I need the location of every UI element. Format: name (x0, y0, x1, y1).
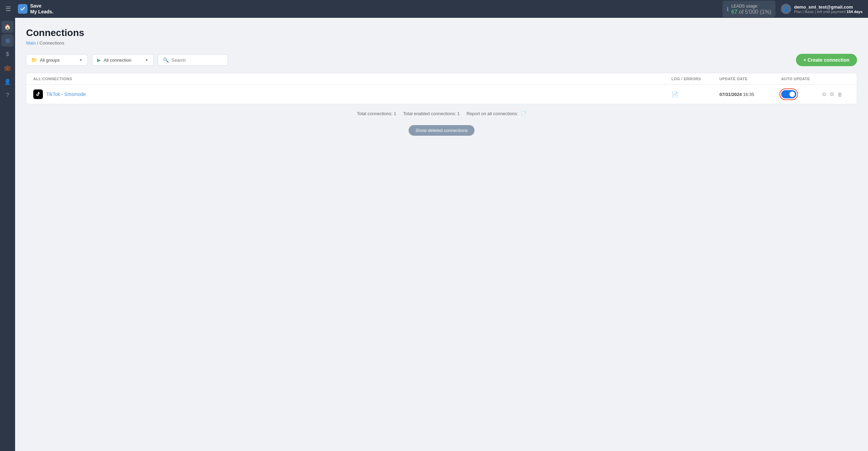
total-enabled-connections: Total enabled connections: 1 (403, 111, 460, 116)
report-icon[interactable]: 📄 (521, 111, 526, 116)
connection-filter-dropdown[interactable]: ▶ All connection ▼ (92, 54, 154, 66)
page-title: Connections (26, 27, 857, 38)
user-avatar: 👤 (781, 4, 791, 14)
col-all-connections: ALL CONNECTIONS (33, 77, 671, 81)
update-date-cell: 07/31/2024 16:35 (719, 92, 781, 97)
user-plan-text: Plan | Basic | left until payment 154 da… (794, 10, 863, 14)
sidebar-item-help[interactable]: ? (1, 89, 14, 101)
topbar-left: ☰ Save My Leads. (5, 3, 54, 15)
search-icon: 🔍 (163, 57, 169, 63)
sidebar-item-home[interactable]: 🏠 (1, 21, 14, 33)
report-label: Report on all connections: 📄 (467, 111, 526, 116)
connection-link[interactable]: TikTok - Smsmode (46, 92, 86, 97)
total-connections: Total connections: 1 (357, 111, 396, 116)
chevron-down-icon-2: ▼ (145, 58, 149, 62)
groups-label: All groups (40, 58, 60, 63)
connection-filter-label: All connection (104, 58, 131, 63)
footer-info: Total connections: 1 Total enabled conne… (26, 104, 857, 120)
main-content: Connections Main / Connections 📁 All gro… (15, 18, 868, 451)
search-input-wrap[interactable]: 🔍 (158, 54, 228, 66)
topbar-right: ℹ LEADS usage: 67 of 5'000 (1%) 👤 demo_s… (723, 1, 863, 17)
col-auto-update: AUTO UPDATE (781, 77, 822, 81)
sidebar-item-connections[interactable]: ⊞ (1, 34, 14, 47)
logo-icon (18, 4, 27, 14)
tiktok-logo-icon (35, 91, 41, 97)
search-input[interactable] (172, 58, 223, 63)
duplicate-icon[interactable]: ⧉ (822, 91, 826, 97)
auto-update-cell (781, 90, 822, 98)
sidebar-item-profile[interactable]: 👤 (1, 75, 14, 88)
show-deleted-button[interactable]: Show deleted connections (409, 125, 474, 136)
settings-icon[interactable]: ⚙ (830, 91, 834, 97)
toolbar: 📁 All groups ▼ ▶ All connection ▼ 🔍 + Cr… (26, 54, 857, 66)
user-details: demo_sml_test@gmail.com Plan | Basic | l… (794, 4, 863, 14)
leads-usage-text: LEADS usage: 67 of 5'000 (1%) (731, 3, 772, 15)
logo: Save My Leads. (18, 3, 54, 15)
col-log-errors: LOG / ERRORS (671, 77, 719, 81)
col-actions (822, 77, 850, 81)
table-row: TikTok - Smsmode 📄 07/31/2024 16:35 ⧉ ⚙ … (26, 85, 857, 104)
breadcrumb: Main / Connections (26, 40, 857, 46)
sidebar-item-billing[interactable]: $ (1, 48, 14, 60)
sidebar: 🏠 ⊞ $ 💼 👤 ? (0, 18, 15, 451)
hamburger-menu[interactable]: ☰ (5, 5, 11, 13)
breadcrumb-main[interactable]: Main (26, 40, 36, 46)
auto-update-toggle[interactable] (781, 90, 796, 98)
delete-icon[interactable]: 🗑 (837, 92, 843, 97)
tiktok-icon (33, 89, 43, 99)
log-errors-cell: 📄 (671, 91, 719, 98)
user-info: 👤 demo_sml_test@gmail.com Plan | Basic |… (781, 4, 863, 14)
chevron-down-icon: ▼ (79, 58, 83, 62)
connection-name-cell: TikTok - Smsmode (33, 89, 671, 99)
leads-usage: ℹ LEADS usage: 67 of 5'000 (1%) (723, 1, 776, 17)
toggle-knob (789, 92, 795, 97)
sidebar-item-cases[interactable]: 💼 (1, 62, 14, 74)
groups-dropdown[interactable]: 📁 All groups ▼ (26, 54, 88, 66)
create-connection-button[interactable]: + Create connection (796, 54, 857, 66)
col-update-date: UPDATE DATE (719, 77, 781, 81)
topbar: ☰ Save My Leads. ℹ LEADS usage: 67 of 5'… (0, 0, 868, 18)
action-icons-cell: ⧉ ⚙ 🗑 (822, 91, 850, 97)
folder-icon: 📁 (31, 57, 37, 63)
info-icon: ℹ (727, 6, 729, 12)
connections-table: ALL CONNECTIONS LOG / ERRORS UPDATE DATE… (26, 73, 857, 104)
checkmark-icon (20, 6, 26, 12)
logo-text: Save My Leads. (30, 3, 54, 15)
table-header: ALL CONNECTIONS LOG / ERRORS UPDATE DATE… (26, 73, 857, 85)
log-doc-icon[interactable]: 📄 (671, 92, 678, 97)
play-icon: ▶ (97, 57, 101, 63)
